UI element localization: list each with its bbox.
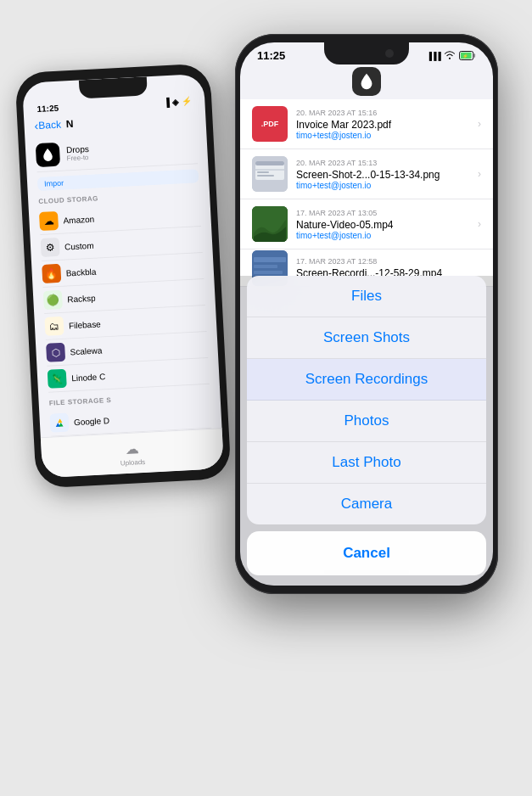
pdf-chevron-icon: › [478, 118, 481, 130]
nav-title: N [66, 118, 74, 130]
screenshot-date: 20. MAR 2023 AT 15:13 [296, 159, 469, 167]
amazon-icon: ☁ [39, 211, 59, 231]
drops-icon [36, 143, 60, 167]
pdf-label: .PDF [261, 120, 279, 128]
screenshot-chevron-icon: › [478, 168, 481, 180]
file-item-screenshot[interactable]: 20. MAR 2023 AT 15:13 Screen-Shot-2...0-… [240, 149, 493, 199]
screenshot-thumbnail [252, 156, 288, 192]
scaleway-icon: ⬡ [46, 343, 65, 362]
action-screenshots[interactable]: Screen Shots [247, 317, 486, 359]
front-camera [385, 49, 394, 58]
screenshot-email: timo+test@josten.io [296, 181, 469, 190]
svg-rect-2 [473, 53, 475, 58]
file-list: .PDF 20. MAR 2023 AT 15:16 Invoice Mar 2… [240, 99, 493, 287]
action-camera[interactable]: Camera [247, 484, 486, 524]
pdf-thumbnail: .PDF [252, 106, 288, 142]
back-phone-time: 11:25 [36, 104, 59, 114]
action-files[interactable]: Files [247, 276, 486, 317]
phone-back: 11:25 ▐ ◈ ⚡ ‹ Back N Drops Free-to [14, 63, 231, 488]
wifi-icon [444, 51, 456, 61]
import-button[interactable]: Impor [37, 169, 199, 191]
file-item-pdf[interactable]: .PDF 20. MAR 2023 AT 15:16 Invoice Mar 2… [240, 99, 493, 149]
video-info: 17. MAR 2023 AT 13:05 Nature-Video-05.mp… [296, 209, 469, 240]
pdf-name: Invoice Mar 2023.pdf [296, 119, 469, 131]
status-icons: ▐▐▐ ⚡ [427, 51, 476, 61]
uploads-tab[interactable]: ☁ Uploads [41, 428, 224, 478]
uploads-label: Uploads [120, 457, 146, 467]
app-item-drops: Drops Free-to [35, 131, 198, 172]
phone-front: 11:25 ▐▐▐ ⚡ [235, 34, 498, 594]
video-name: Nature-Video-05.mp4 [296, 219, 469, 231]
video-email: timo+test@josten.io [296, 231, 469, 240]
rackspace-icon: 🟢 [43, 290, 63, 310]
backblaze-icon: 🔥 [42, 264, 61, 283]
action-sheet: Files Screen Shots Screen Recordings Pho… [247, 276, 486, 575]
action-photos[interactable]: Photos [247, 401, 486, 442]
svg-rect-9 [257, 175, 274, 177]
action-sheet-overlay: Files Screen Shots Screen Recordings Pho… [240, 276, 493, 586]
action-screen-recordings[interactable]: Screen Recordings [247, 359, 486, 401]
screenshot-info: 20. MAR 2023 AT 15:13 Screen-Shot-2...0-… [296, 159, 469, 190]
svg-rect-15 [254, 271, 283, 274]
google-drive-icon [49, 413, 69, 433]
linode-icon: 🦎 [48, 369, 67, 389]
filebase-icon: 🗂 [44, 317, 64, 336]
svg-text:⚡: ⚡ [462, 53, 468, 59]
svg-rect-6 [255, 161, 284, 165]
recording-date: 17. MAR 2023 AT 12:58 [296, 257, 481, 266]
battery-icon: ⚡ [459, 51, 476, 60]
signal-icon: ▐▐▐ [427, 52, 440, 60]
custom-icon: ⚙ [41, 238, 60, 257]
drop-logo-icon [352, 67, 381, 96]
video-date: 17. MAR 2023 AT 13:05 [296, 209, 469, 217]
back-button[interactable]: Back [38, 119, 61, 132]
action-sheet-group: Files Screen Shots Screen Recordings Pho… [247, 276, 486, 524]
action-last-photo[interactable]: Last Photo [247, 442, 486, 484]
uploads-icon: ☁ [125, 440, 139, 457]
back-phone-icons: ▐ ◈ ⚡ [163, 97, 191, 108]
front-time: 11:25 [257, 49, 285, 62]
action-cancel-button[interactable]: Cancel [247, 531, 486, 575]
front-notch [324, 42, 409, 64]
pdf-date: 20. MAR 2023 AT 15:16 [296, 109, 469, 117]
pdf-info: 20. MAR 2023 AT 15:16 Invoice Mar 2023.p… [296, 109, 469, 140]
pdf-email: timo+test@josten.io [296, 131, 469, 140]
file-item-video[interactable]: 17. MAR 2023 AT 13:05 Nature-Video-05.mp… [240, 199, 493, 249]
svg-rect-8 [257, 171, 269, 173]
video-chevron-icon: › [478, 218, 481, 230]
svg-rect-13 [254, 257, 286, 262]
video-thumbnail [252, 206, 288, 242]
svg-rect-14 [254, 265, 277, 268]
screenshot-name: Screen-Shot-2...0-15-13-34.png [296, 169, 469, 181]
drop-logo [240, 62, 493, 99]
back-navigation: ‹ Back N [34, 110, 196, 132]
